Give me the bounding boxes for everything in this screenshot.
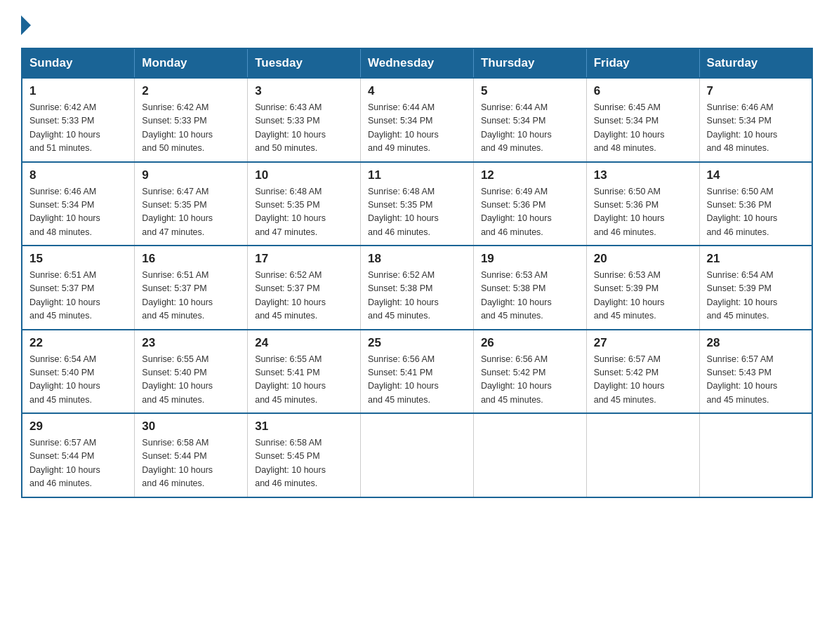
calendar-day-cell: 16 Sunrise: 6:51 AMSunset: 5:37 PMDaylig…	[135, 246, 248, 330]
calendar-week-row: 22 Sunrise: 6:54 AMSunset: 5:40 PMDaylig…	[22, 330, 812, 414]
calendar-day-cell: 13 Sunrise: 6:50 AMSunset: 5:36 PMDaylig…	[586, 162, 699, 246]
calendar-day-cell: 15 Sunrise: 6:51 AMSunset: 5:37 PMDaylig…	[22, 246, 135, 330]
logo-arrow-icon	[21, 15, 31, 35]
day-info: Sunrise: 6:56 AMSunset: 5:42 PMDaylight:…	[481, 354, 552, 405]
day-info: Sunrise: 6:56 AMSunset: 5:41 PMDaylight:…	[368, 354, 439, 405]
calendar-day-cell: 7 Sunrise: 6:46 AMSunset: 5:34 PMDayligh…	[699, 78, 812, 162]
day-number: 30	[142, 420, 240, 434]
day-info: Sunrise: 6:42 AMSunset: 5:33 PMDaylight:…	[142, 102, 213, 153]
calendar-header-row: SundayMondayTuesdayWednesdayThursdayFrid…	[22, 48, 812, 78]
calendar-day-cell: 30 Sunrise: 6:58 AMSunset: 5:44 PMDaylig…	[135, 413, 248, 497]
calendar-week-row: 8 Sunrise: 6:46 AMSunset: 5:34 PMDayligh…	[22, 162, 812, 246]
day-number: 11	[368, 168, 466, 182]
day-number: 23	[142, 336, 240, 350]
day-info: Sunrise: 6:49 AMSunset: 5:36 PMDaylight:…	[481, 187, 552, 237]
calendar-week-row: 29 Sunrise: 6:57 AMSunset: 5:44 PMDaylig…	[22, 413, 812, 497]
day-info: Sunrise: 6:44 AMSunset: 5:34 PMDaylight:…	[368, 102, 439, 153]
day-info: Sunrise: 6:57 AMSunset: 5:43 PMDaylight:…	[707, 354, 778, 405]
day-info: Sunrise: 6:51 AMSunset: 5:37 PMDaylight:…	[142, 270, 213, 321]
day-info: Sunrise: 6:50 AMSunset: 5:36 PMDaylight:…	[594, 187, 665, 237]
calendar-day-cell	[361, 413, 474, 497]
day-info: Sunrise: 6:50 AMSunset: 5:36 PMDaylight:…	[707, 187, 778, 237]
day-info: Sunrise: 6:53 AMSunset: 5:38 PMDaylight:…	[481, 270, 552, 321]
day-number: 25	[368, 336, 466, 350]
day-number: 21	[707, 252, 805, 266]
day-number: 9	[142, 168, 240, 182]
day-of-week-header: Thursday	[473, 48, 586, 78]
day-info: Sunrise: 6:45 AMSunset: 5:34 PMDaylight:…	[594, 102, 665, 153]
day-number: 15	[29, 252, 127, 266]
day-number: 6	[594, 84, 692, 98]
calendar-day-cell: 9 Sunrise: 6:47 AMSunset: 5:35 PMDayligh…	[135, 162, 248, 246]
day-info: Sunrise: 6:54 AMSunset: 5:39 PMDaylight:…	[707, 270, 778, 321]
day-of-week-header: Wednesday	[361, 48, 474, 78]
day-number: 24	[255, 336, 353, 350]
day-number: 16	[142, 252, 240, 266]
calendar-day-cell: 10 Sunrise: 6:48 AMSunset: 5:35 PMDaylig…	[248, 162, 361, 246]
day-info: Sunrise: 6:43 AMSunset: 5:33 PMDaylight:…	[255, 102, 326, 153]
day-number: 4	[368, 84, 466, 98]
day-of-week-header: Saturday	[699, 48, 812, 78]
day-number: 5	[481, 84, 579, 98]
day-number: 8	[29, 168, 127, 182]
day-number: 28	[707, 336, 805, 350]
day-number: 20	[594, 252, 692, 266]
day-number: 10	[255, 168, 353, 182]
calendar-day-cell	[699, 413, 812, 497]
day-info: Sunrise: 6:57 AMSunset: 5:42 PMDaylight:…	[594, 354, 665, 405]
day-info: Sunrise: 6:55 AMSunset: 5:40 PMDaylight:…	[142, 354, 213, 405]
day-info: Sunrise: 6:52 AMSunset: 5:38 PMDaylight:…	[368, 270, 439, 321]
day-info: Sunrise: 6:58 AMSunset: 5:45 PMDaylight:…	[255, 438, 326, 488]
calendar-day-cell: 18 Sunrise: 6:52 AMSunset: 5:38 PMDaylig…	[361, 246, 474, 330]
day-of-week-header: Friday	[586, 48, 699, 78]
calendar-day-cell	[586, 413, 699, 497]
day-number: 1	[29, 84, 127, 98]
day-of-week-header: Tuesday	[248, 48, 361, 78]
calendar-day-cell: 22 Sunrise: 6:54 AMSunset: 5:40 PMDaylig…	[22, 330, 135, 414]
calendar-week-row: 1 Sunrise: 6:42 AMSunset: 5:33 PMDayligh…	[22, 78, 812, 162]
day-info: Sunrise: 6:58 AMSunset: 5:44 PMDaylight:…	[142, 438, 213, 488]
day-number: 26	[481, 336, 579, 350]
day-info: Sunrise: 6:57 AMSunset: 5:44 PMDaylight:…	[29, 438, 100, 488]
day-number: 14	[707, 168, 805, 182]
calendar-day-cell: 19 Sunrise: 6:53 AMSunset: 5:38 PMDaylig…	[473, 246, 586, 330]
calendar-day-cell: 1 Sunrise: 6:42 AMSunset: 5:33 PMDayligh…	[22, 78, 135, 162]
calendar-day-cell: 5 Sunrise: 6:44 AMSunset: 5:34 PMDayligh…	[473, 78, 586, 162]
calendar-day-cell: 31 Sunrise: 6:58 AMSunset: 5:45 PMDaylig…	[248, 413, 361, 497]
calendar-day-cell: 27 Sunrise: 6:57 AMSunset: 5:42 PMDaylig…	[586, 330, 699, 414]
calendar-day-cell: 3 Sunrise: 6:43 AMSunset: 5:33 PMDayligh…	[248, 78, 361, 162]
calendar-day-cell: 12 Sunrise: 6:49 AMSunset: 5:36 PMDaylig…	[473, 162, 586, 246]
day-number: 19	[481, 252, 579, 266]
day-info: Sunrise: 6:47 AMSunset: 5:35 PMDaylight:…	[142, 187, 213, 237]
day-info: Sunrise: 6:51 AMSunset: 5:37 PMDaylight:…	[29, 270, 100, 321]
calendar-day-cell: 20 Sunrise: 6:53 AMSunset: 5:39 PMDaylig…	[586, 246, 699, 330]
calendar-table: SundayMondayTuesdayWednesdayThursdayFrid…	[21, 48, 813, 498]
day-info: Sunrise: 6:55 AMSunset: 5:41 PMDaylight:…	[255, 354, 326, 405]
day-number: 29	[29, 420, 127, 434]
day-number: 12	[481, 168, 579, 182]
day-number: 13	[594, 168, 692, 182]
calendar-day-cell: 11 Sunrise: 6:48 AMSunset: 5:35 PMDaylig…	[361, 162, 474, 246]
calendar-day-cell	[473, 413, 586, 497]
day-number: 7	[707, 84, 805, 98]
calendar-day-cell: 6 Sunrise: 6:45 AMSunset: 5:34 PMDayligh…	[586, 78, 699, 162]
day-info: Sunrise: 6:42 AMSunset: 5:33 PMDaylight:…	[29, 102, 100, 153]
calendar-day-cell: 25 Sunrise: 6:56 AMSunset: 5:41 PMDaylig…	[361, 330, 474, 414]
day-info: Sunrise: 6:46 AMSunset: 5:34 PMDaylight:…	[29, 187, 100, 237]
day-of-week-header: Sunday	[22, 48, 135, 78]
calendar-day-cell: 2 Sunrise: 6:42 AMSunset: 5:33 PMDayligh…	[135, 78, 248, 162]
day-number: 17	[255, 252, 353, 266]
day-info: Sunrise: 6:52 AMSunset: 5:37 PMDaylight:…	[255, 270, 326, 321]
calendar-day-cell: 4 Sunrise: 6:44 AMSunset: 5:34 PMDayligh…	[361, 78, 474, 162]
day-info: Sunrise: 6:48 AMSunset: 5:35 PMDaylight:…	[368, 187, 439, 237]
calendar-day-cell: 17 Sunrise: 6:52 AMSunset: 5:37 PMDaylig…	[248, 246, 361, 330]
calendar-day-cell: 28 Sunrise: 6:57 AMSunset: 5:43 PMDaylig…	[699, 330, 812, 414]
calendar-day-cell: 24 Sunrise: 6:55 AMSunset: 5:41 PMDaylig…	[248, 330, 361, 414]
calendar-day-cell: 8 Sunrise: 6:46 AMSunset: 5:34 PMDayligh…	[22, 162, 135, 246]
calendar-week-row: 15 Sunrise: 6:51 AMSunset: 5:37 PMDaylig…	[22, 246, 812, 330]
calendar-day-cell: 29 Sunrise: 6:57 AMSunset: 5:44 PMDaylig…	[22, 413, 135, 497]
day-number: 3	[255, 84, 353, 98]
logo	[21, 14, 31, 35]
day-of-week-header: Monday	[135, 48, 248, 78]
day-number: 22	[29, 336, 127, 350]
